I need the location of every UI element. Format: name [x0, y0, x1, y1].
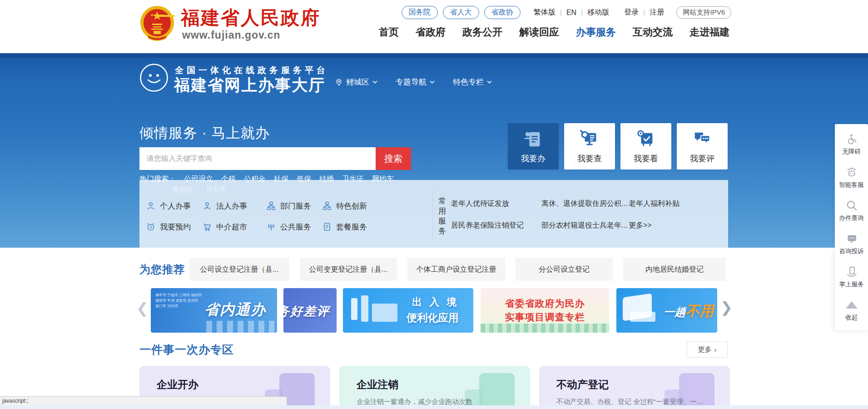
menu-item-label: 个人办事: [160, 201, 191, 211]
banner-title-line1: 省委省政府为民办: [481, 297, 609, 310]
link-mobile[interactable]: 移动版: [587, 8, 609, 17]
tool-accessibility[interactable]: 无障碍: [842, 133, 861, 156]
recommend-item[interactable]: 公司设立登记注册（县...: [189, 258, 289, 281]
browser-status-tooltip: javascript:;: [0, 396, 287, 405]
banner-subtitle: 便利化应用: [407, 311, 459, 325]
tool-consult-complaint[interactable]: 咨询投诉: [839, 233, 864, 255]
more-link[interactable]: 更多>>: [629, 221, 652, 230]
people-illustration: [361, 295, 368, 322]
link-traditional-chinese[interactable]: 繁体版: [534, 8, 556, 17]
recommend-item[interactable]: 个体工商户设立登记注册: [407, 258, 505, 281]
location-pin-icon: [335, 78, 343, 86]
card-title: 不动产登记: [556, 378, 609, 392]
auth-links: 登录 | 注册: [624, 8, 664, 17]
recommend-item[interactable]: 公司变更登记注册（县...: [300, 258, 397, 281]
menu-item-label: 套餐服务: [336, 222, 367, 232]
banner-entry-exit[interactable]: 出 入 境 便利化应用: [343, 288, 473, 333]
menu-topics-nav[interactable]: 专题导航: [396, 77, 435, 87]
nav-provincial-gov[interactable]: 省政府: [416, 25, 446, 39]
menu-item-label: 法人办事: [216, 201, 247, 211]
nav-services[interactable]: 办事服务: [576, 25, 616, 39]
tool-label: 收起: [845, 314, 858, 322]
banner-service-rating[interactable]: 务好差评: [283, 288, 337, 333]
menu-corporate-services[interactable]: 法人办事: [202, 199, 247, 213]
platform-logo-icon: [139, 63, 169, 92]
chat-bubble-icon: [846, 233, 858, 244]
once-more-button[interactable]: 更多 ›: [687, 341, 728, 358]
login-link[interactable]: 登录: [624, 8, 639, 17]
region-selector[interactable]: 鲤城区: [335, 77, 377, 87]
tab-i-want-to-check[interactable]: 我要查: [564, 123, 615, 170]
counter-illustration: [372, 304, 397, 322]
tool-case-query[interactable]: 办件查询: [839, 200, 864, 222]
nav-about-fujian[interactable]: 走进福建: [689, 25, 729, 39]
chat-bubbles-icon: [692, 129, 713, 150]
site-header: ★ ★ 福建省人民政府 www.fujian.gov.cn 国务院 省人大 省政…: [0, 0, 868, 53]
tool-smart-customer-service[interactable]: 智能客服: [839, 166, 864, 189]
once-section-title: 一件事一次办专区: [139, 342, 234, 357]
recommend-buttons: 公司设立登记注册（县... 公司变更登记注册（县... 个体工商户设立登记注册 …: [189, 258, 726, 281]
page: { "page": { "status_tooltip": "javascrip…: [0, 0, 868, 409]
people-illustration: [351, 298, 357, 320]
tab-label: 我要查: [577, 153, 602, 164]
link-state-council[interactable]: 国务院: [402, 6, 438, 19]
nav-home[interactable]: 首页: [379, 25, 399, 39]
menu-public-services[interactable]: 公共服务: [266, 220, 311, 234]
nav-gov-affairs[interactable]: 政务公开: [462, 25, 502, 39]
tab-i-want-to-review[interactable]: 我要评: [677, 123, 728, 170]
menu-featured-innovation[interactable]: 特色创新: [322, 199, 367, 213]
banner-province-wide-service[interactable]: 南平市 宁德市 三明市 福州市 莆田市 平潭 龙岩市 泉州市 厦门市 漳州市 省…: [151, 288, 277, 333]
tool-label: 智能客服: [839, 181, 864, 189]
menu-personal-services[interactable]: 个人办事: [146, 199, 191, 213]
common-link[interactable]: 老年人优待证发放: [451, 199, 509, 209]
tool-collapse[interactable]: 收起: [845, 299, 858, 322]
search-button[interactable]: 搜索: [376, 147, 411, 170]
carousel-next-button[interactable]: ❯: [720, 300, 733, 314]
svg-text:★: ★: [161, 13, 164, 17]
common-link[interactable]: 部分农村籍退役士兵老年...: [541, 221, 627, 230]
menu-item-label: 我要预约: [160, 222, 191, 232]
hero-section: 全国一体化在线政务服务平台 福建省网上办事大厅 鲤城区 专题导航 特色专栏 倾情…: [0, 53, 868, 248]
search-bar: 搜索: [139, 147, 411, 170]
nav-interaction[interactable]: 互动交流: [633, 25, 673, 39]
cart-icon: [202, 222, 212, 232]
link-english[interactable]: EN: [566, 9, 576, 17]
recommend-item[interactable]: 内地居民结婚登记: [623, 258, 726, 281]
tab-label: 我要看: [634, 153, 658, 164]
hero-top-divider: [0, 53, 868, 58]
tab-i-want-to-apply[interactable]: 我要办: [508, 123, 559, 170]
carousel-prev-button[interactable]: ❮: [136, 301, 149, 315]
menu-department-services[interactable]: 部门服务: [266, 199, 311, 213]
org-chart-icon: [322, 201, 332, 211]
card-business-deregistration[interactable]: 企业注销 企业注销一窗通办，减少企业跑动次数: [339, 366, 530, 409]
register-link[interactable]: 注册: [650, 8, 664, 17]
org-chart-icon: [266, 201, 276, 211]
card-real-estate-registration[interactable]: 不动产登记 不动产交易、办税、登记 全过程“一窗受理、一…: [539, 366, 730, 409]
card-title: 企业注销: [357, 378, 398, 392]
banner-public-welfare-survey[interactable]: 省委省政府为民办 实事项目调查专栏: [481, 288, 609, 333]
svg-text:★: ★: [150, 13, 154, 17]
common-link[interactable]: 离休、退休提取住房公积...: [541, 199, 627, 209]
floating-toolbar: 无障碍 智能客服 办件查询 咨询投诉 掌上服务 收起: [835, 124, 868, 330]
person-tie-icon: [202, 201, 212, 211]
ipv6-badge: 网站支持IPV6: [676, 6, 731, 19]
tool-mobile-services[interactable]: 掌上服务: [839, 266, 864, 289]
menu-intermediary-market[interactable]: 中介超市: [202, 220, 247, 234]
common-link[interactable]: 老年人福利补贴: [629, 199, 680, 209]
menu-appointment[interactable]: 我要预约: [146, 220, 191, 234]
main-nav: 首页 省政府 政务公开 解读回应 办事服务 互动交流 走进福建: [379, 25, 729, 39]
recommend-item[interactable]: 分公司设立登记: [516, 258, 613, 281]
banner-title: 务好差评: [283, 303, 330, 319]
divider: [432, 188, 433, 239]
recommend-title: 为您推荐: [139, 258, 185, 281]
nav-interpretation[interactable]: 解读回应: [519, 25, 559, 39]
menu-special-columns[interactable]: 特色专栏: [453, 77, 492, 87]
search-input[interactable]: [139, 147, 376, 170]
link-provincial-congress[interactable]: 省人大: [443, 6, 479, 19]
tab-i-want-to-view[interactable]: 我要看: [620, 123, 671, 170]
link-provincial-cppcc[interactable]: 省政协: [484, 6, 521, 19]
banner-one-trip[interactable]: 一趟不用: [616, 288, 717, 333]
menu-package-services[interactable]: 套餐服务: [322, 220, 367, 234]
menu-topics-label: 专题导航: [396, 77, 427, 87]
common-link[interactable]: 居民养老保险注销登记: [451, 221, 524, 230]
